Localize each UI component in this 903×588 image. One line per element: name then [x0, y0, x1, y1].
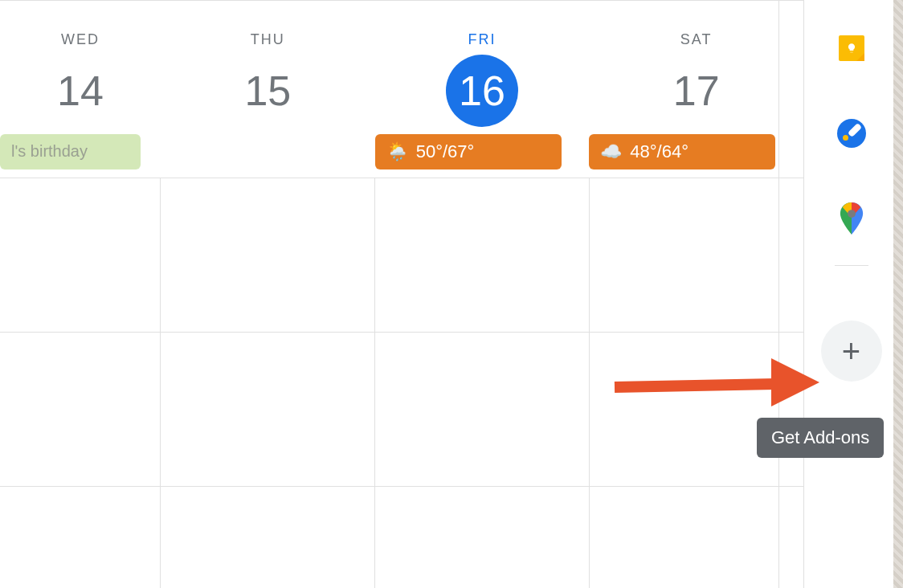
plus-icon: +: [842, 333, 860, 370]
calendar-cell[interactable]: [375, 178, 590, 332]
day-number[interactable]: 17: [660, 55, 733, 127]
day-number[interactable]: 15: [231, 55, 304, 127]
calendar-right-edge: [778, 1, 779, 588]
calendar-cell[interactable]: [375, 333, 590, 486]
calendar-cell[interactable]: [590, 178, 803, 332]
keep-button[interactable]: [837, 34, 866, 63]
calendar-cell[interactable]: [161, 333, 375, 486]
cloudy-icon: ☁️: [600, 141, 622, 162]
tasks-icon: [837, 119, 866, 148]
window-edge: [893, 0, 903, 588]
weather-event-chip[interactable]: ☁️ 48°/64°: [589, 134, 775, 169]
calendar-body: [0, 178, 803, 588]
calendar-grid: WED 14 THU 15 FRI 16 SAT 17 l's birthday…: [0, 0, 803, 588]
lightbulb-icon: [846, 43, 857, 54]
allday-event-row: l's birthday 🌦️ 50°/67° ☁️ 48°/64°: [0, 133, 803, 178]
day-label: THU: [161, 31, 375, 48]
event-cell-sat[interactable]: ☁️ 48°/64°: [589, 133, 803, 169]
calendar-row: [0, 178, 803, 333]
tasks-button[interactable]: [837, 119, 866, 148]
panel-divider: [835, 265, 868, 266]
birthday-event-chip[interactable]: l's birthday: [0, 134, 141, 169]
keep-icon: [839, 35, 864, 61]
birthday-event-text: l's birthday: [11, 142, 88, 161]
day-number[interactable]: 14: [44, 55, 116, 127]
calendar-cell[interactable]: [590, 487, 803, 588]
get-addons-tooltip: Get Add-ons: [757, 418, 884, 458]
day-header-wed[interactable]: WED 14: [0, 1, 161, 133]
day-number-today[interactable]: 16: [446, 55, 518, 127]
weather-text: 48°/64°: [630, 141, 688, 162]
day-label: WED: [0, 31, 161, 48]
calendar-cell[interactable]: [0, 178, 161, 332]
day-label: FRI: [375, 31, 590, 48]
calendar-cell[interactable]: [0, 487, 161, 588]
calendar-row: [0, 333, 803, 487]
weather-text: 50°/67°: [416, 141, 475, 162]
event-cell-wed[interactable]: l's birthday: [0, 133, 161, 169]
get-addons-button[interactable]: +: [821, 321, 882, 382]
partly-rainy-icon: 🌦️: [386, 141, 408, 162]
side-panel: +: [803, 0, 898, 588]
maps-pin-icon: [840, 202, 864, 235]
calendar-row: [0, 487, 803, 588]
event-cell-fri[interactable]: 🌦️ 50°/67°: [375, 133, 590, 169]
day-header-thu[interactable]: THU 15: [161, 1, 375, 133]
day-header-fri[interactable]: FRI 16: [375, 1, 590, 133]
weather-event-chip[interactable]: 🌦️ 50°/67°: [375, 134, 562, 169]
event-cell-thu[interactable]: [161, 133, 375, 169]
tooltip-text: Get Add-ons: [771, 427, 869, 447]
day-headers-row: WED 14 THU 15 FRI 16 SAT 17: [0, 1, 803, 133]
calendar-cell[interactable]: [375, 487, 590, 588]
calendar-cell[interactable]: [161, 178, 375, 332]
calendar-cell[interactable]: [0, 333, 161, 486]
day-label: SAT: [589, 31, 803, 48]
calendar-cell[interactable]: [161, 487, 375, 588]
day-header-sat[interactable]: SAT 17: [589, 1, 803, 133]
calendar-cell[interactable]: [590, 333, 803, 486]
svg-point-0: [848, 210, 856, 218]
maps-button[interactable]: [837, 204, 866, 233]
